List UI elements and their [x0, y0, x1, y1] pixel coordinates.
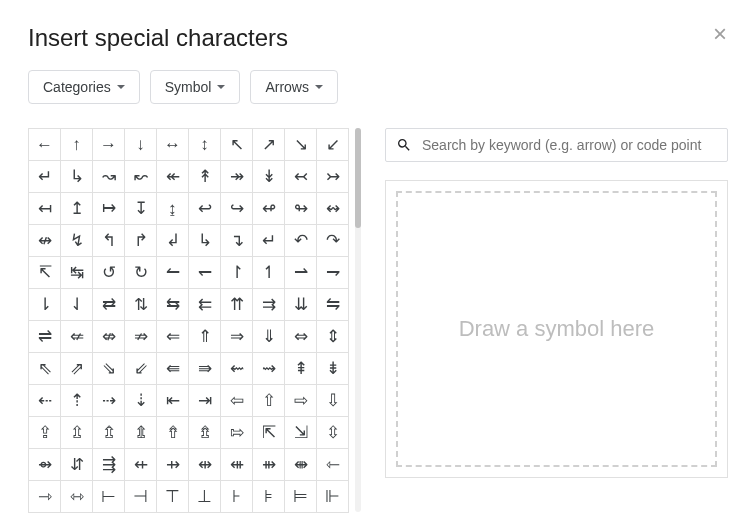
character-cell[interactable]: ↤ [29, 193, 61, 225]
character-cell[interactable]: ↟ [189, 161, 221, 193]
character-cell[interactable]: ⇣ [125, 385, 157, 417]
character-cell[interactable]: ↸ [29, 257, 61, 289]
character-cell[interactable]: ↮ [29, 225, 61, 257]
character-cell[interactable]: ⊧ [253, 481, 285, 513]
search-box[interactable] [385, 128, 728, 162]
draw-area[interactable]: Draw a symbol here [385, 180, 728, 478]
character-cell[interactable]: ⇠ [29, 385, 61, 417]
character-cell[interactable]: ⇀ [285, 257, 317, 289]
character-cell[interactable]: ↰ [93, 225, 125, 257]
close-button[interactable]: × [708, 22, 732, 46]
character-cell[interactable]: ⇭ [125, 417, 157, 449]
character-cell[interactable]: ⇴ [29, 449, 61, 481]
character-cell[interactable]: ⇙ [125, 353, 157, 385]
character-cell[interactable]: ↩ [189, 193, 221, 225]
character-cell[interactable]: ⇕ [317, 321, 349, 353]
character-cell[interactable]: ⇉ [253, 289, 285, 321]
character-cell[interactable]: ⊢ [93, 481, 125, 513]
script-dropdown[interactable]: Symbol [150, 70, 241, 104]
draw-canvas[interactable]: Draw a symbol here [396, 191, 717, 467]
character-cell[interactable]: ↣ [317, 161, 349, 193]
character-cell[interactable]: ⇋ [317, 289, 349, 321]
character-cell[interactable]: ↵ [29, 161, 61, 193]
character-cell[interactable]: ↿ [253, 257, 285, 289]
character-cell[interactable]: ⇆ [157, 289, 189, 321]
character-cell[interactable]: ⇞ [285, 353, 317, 385]
character-cell[interactable]: ⇽ [317, 449, 349, 481]
character-cell[interactable]: ⇔ [285, 321, 317, 353]
character-cell[interactable]: ⇶ [93, 449, 125, 481]
character-cell[interactable]: ↫ [253, 193, 285, 225]
character-cell[interactable]: ⇲ [285, 417, 317, 449]
categories-dropdown[interactable]: Categories [28, 70, 140, 104]
character-cell[interactable]: ↞ [157, 161, 189, 193]
character-cell[interactable]: ⇏ [125, 321, 157, 353]
character-cell[interactable]: ⇐ [157, 321, 189, 353]
character-cell[interactable]: ⇊ [285, 289, 317, 321]
character-cell[interactable]: ⇯ [189, 417, 221, 449]
character-cell[interactable]: ⇷ [125, 449, 157, 481]
character-cell[interactable]: ↔ [157, 129, 189, 161]
character-cell[interactable]: ↘ [285, 129, 317, 161]
character-cell[interactable]: ⊦ [221, 481, 253, 513]
character-cell[interactable]: ← [29, 129, 61, 161]
search-input[interactable] [420, 136, 717, 154]
character-cell[interactable]: ⇨ [285, 385, 317, 417]
character-cell[interactable]: ⇿ [61, 481, 93, 513]
character-cell[interactable]: ↖ [221, 129, 253, 161]
character-cell[interactable]: ⊥ [189, 481, 221, 513]
character-cell[interactable]: ↙ [317, 129, 349, 161]
character-cell[interactable]: ⇱ [253, 417, 285, 449]
character-cell[interactable]: ↡ [253, 161, 285, 193]
character-cell[interactable]: ⇇ [189, 289, 221, 321]
character-cell[interactable]: ⇸ [157, 449, 189, 481]
character-cell[interactable]: ↠ [221, 161, 253, 193]
character-cell[interactable]: ⇜ [221, 353, 253, 385]
character-cell[interactable]: ⇳ [317, 417, 349, 449]
character-cell[interactable]: ⇧ [253, 385, 285, 417]
character-cell[interactable]: ⇡ [61, 385, 93, 417]
character-cell[interactable]: ↧ [125, 193, 157, 225]
character-cell[interactable]: ⇤ [157, 385, 189, 417]
character-cell[interactable]: ⇢ [93, 385, 125, 417]
character-cell[interactable]: ⇘ [93, 353, 125, 385]
character-cell[interactable]: ↨ [157, 193, 189, 225]
character-cell[interactable]: → [93, 129, 125, 161]
character-cell[interactable]: ⇬ [93, 417, 125, 449]
character-cell[interactable]: ⇝ [253, 353, 285, 385]
character-cell[interactable]: ↻ [125, 257, 157, 289]
character-cell[interactable]: ↢ [285, 161, 317, 193]
character-cell[interactable]: ↑ [61, 129, 93, 161]
scrollbar-thumb[interactable] [355, 128, 361, 228]
character-cell[interactable]: ⇑ [189, 321, 221, 353]
character-cell[interactable]: ⇾ [29, 481, 61, 513]
character-cell[interactable]: ↗ [253, 129, 285, 161]
character-cell[interactable]: ⇛ [189, 353, 221, 385]
character-cell[interactable]: ⊣ [125, 481, 157, 513]
character-cell[interactable]: ↕ [189, 129, 221, 161]
character-cell[interactable]: ↦ [93, 193, 125, 225]
character-cell[interactable]: ⊩ [317, 481, 349, 513]
character-cell[interactable]: ↓ [125, 129, 157, 161]
character-cell[interactable]: ⇟ [317, 353, 349, 385]
character-cell[interactable]: ⇰ [221, 417, 253, 449]
character-cell[interactable]: ↶ [285, 225, 317, 257]
character-cell[interactable]: ⇼ [285, 449, 317, 481]
character-cell[interactable]: ↪ [221, 193, 253, 225]
character-cell[interactable]: ↬ [285, 193, 317, 225]
character-cell[interactable]: ⊤ [157, 481, 189, 513]
character-cell[interactable]: ⇁ [317, 257, 349, 289]
character-cell[interactable]: ⇓ [253, 321, 285, 353]
character-cell[interactable]: ⇃ [61, 289, 93, 321]
character-cell[interactable]: ⇫ [61, 417, 93, 449]
character-cell[interactable]: ↼ [157, 257, 189, 289]
character-cell[interactable]: ⇖ [29, 353, 61, 385]
character-cell[interactable]: ⇦ [221, 385, 253, 417]
character-cell[interactable]: ⇗ [61, 353, 93, 385]
character-cell[interactable]: ⇚ [157, 353, 189, 385]
character-cell[interactable]: ⇹ [189, 449, 221, 481]
character-cell[interactable]: ⇻ [253, 449, 285, 481]
character-cell[interactable]: ↵ [253, 225, 285, 257]
character-cell[interactable]: ⇌ [29, 321, 61, 353]
character-cell[interactable]: ⇺ [221, 449, 253, 481]
